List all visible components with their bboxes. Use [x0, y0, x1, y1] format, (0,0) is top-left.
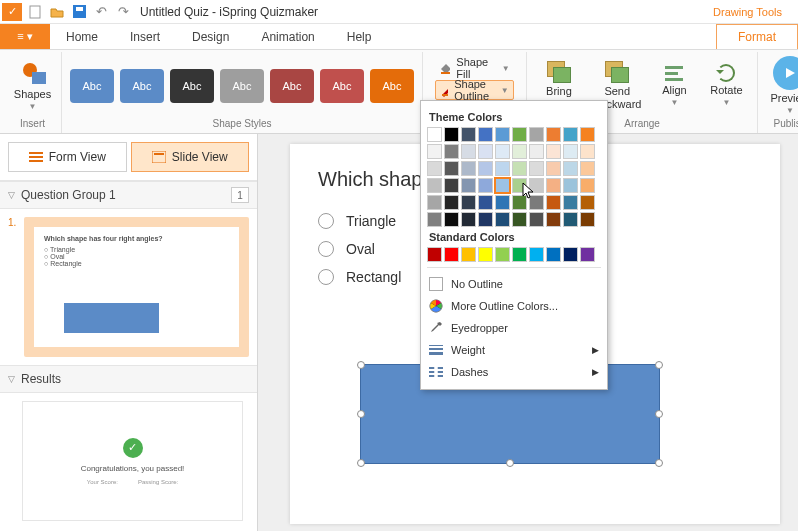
shape-style-swatch[interactable]: Abc — [120, 69, 164, 103]
color-swatch[interactable] — [478, 144, 493, 159]
color-swatch[interactable] — [478, 127, 493, 142]
save-icon[interactable] — [68, 1, 90, 23]
align-button[interactable]: Align▼ — [651, 62, 697, 109]
color-swatch[interactable] — [461, 212, 476, 227]
color-swatch[interactable] — [529, 247, 544, 262]
shapes-button[interactable]: Shapes▼ — [10, 58, 56, 113]
color-swatch[interactable] — [563, 247, 578, 262]
color-swatch[interactable] — [461, 178, 476, 193]
color-swatch[interactable] — [546, 212, 561, 227]
weight-item[interactable]: Weight▶ — [427, 339, 601, 361]
color-swatch[interactable] — [478, 195, 493, 210]
color-swatch[interactable] — [529, 161, 544, 176]
color-swatch[interactable] — [580, 127, 595, 142]
color-swatch[interactable] — [495, 127, 510, 142]
color-swatch[interactable] — [580, 212, 595, 227]
color-swatch[interactable] — [546, 178, 561, 193]
color-swatch[interactable] — [529, 178, 544, 193]
resize-handle-s[interactable] — [506, 459, 514, 467]
color-swatch[interactable] — [495, 247, 510, 262]
color-swatch[interactable] — [563, 127, 578, 142]
no-outline-item[interactable]: No Outline — [427, 273, 601, 295]
color-swatch[interactable] — [495, 212, 510, 227]
color-swatch[interactable] — [444, 178, 459, 193]
color-swatch[interactable] — [512, 144, 527, 159]
tab-design[interactable]: Design — [176, 24, 245, 49]
tab-help[interactable]: Help — [331, 24, 388, 49]
color-swatch[interactable] — [495, 195, 510, 210]
undo-icon[interactable]: ↶ — [90, 1, 112, 23]
color-swatch[interactable] — [546, 195, 561, 210]
color-swatch[interactable] — [512, 178, 527, 193]
color-swatch[interactable] — [563, 212, 578, 227]
tab-animation[interactable]: Animation — [245, 24, 330, 49]
color-swatch[interactable] — [580, 247, 595, 262]
color-swatch[interactable] — [495, 161, 510, 176]
resize-handle-nw[interactable] — [357, 361, 365, 369]
color-swatch[interactable] — [529, 212, 544, 227]
color-swatch[interactable] — [427, 127, 442, 142]
slide-thumbnail[interactable]: 1. Which shape has four right angles? ○ … — [0, 209, 257, 365]
color-swatch[interactable] — [563, 161, 578, 176]
resize-handle-e[interactable] — [655, 410, 663, 418]
color-swatch[interactable] — [512, 247, 527, 262]
color-swatch[interactable] — [427, 247, 442, 262]
color-swatch[interactable] — [546, 144, 561, 159]
shape-outline-button[interactable]: Shape Outline▼ — [435, 80, 514, 100]
color-swatch[interactable] — [580, 195, 595, 210]
color-swatch[interactable] — [512, 195, 527, 210]
new-doc-icon[interactable] — [24, 1, 46, 23]
color-swatch[interactable] — [478, 161, 493, 176]
shape-style-swatch[interactable]: Abc — [70, 69, 114, 103]
color-swatch[interactable] — [546, 161, 561, 176]
color-swatch[interactable] — [546, 247, 561, 262]
color-swatch[interactable] — [444, 195, 459, 210]
color-swatch[interactable] — [444, 144, 459, 159]
results-thumbnail[interactable]: ✓ Congratulations, you passed! Your Scor… — [22, 401, 243, 521]
color-swatch[interactable] — [512, 127, 527, 142]
slide-view-button[interactable]: Slide View — [131, 142, 250, 172]
color-swatch[interactable] — [427, 195, 442, 210]
color-swatch[interactable] — [563, 178, 578, 193]
tab-format[interactable]: Format — [716, 24, 798, 49]
color-swatch[interactable] — [461, 144, 476, 159]
color-swatch[interactable] — [444, 212, 459, 227]
color-swatch[interactable] — [461, 195, 476, 210]
color-swatch[interactable] — [427, 144, 442, 159]
color-swatch[interactable] — [478, 247, 493, 262]
color-swatch[interactable] — [478, 212, 493, 227]
results-header[interactable]: ▽ Results — [0, 365, 257, 393]
color-swatch[interactable] — [461, 247, 476, 262]
redo-icon[interactable]: ↷ — [112, 1, 134, 23]
dashes-item[interactable]: Dashes▶ — [427, 361, 601, 383]
rotate-button[interactable]: Rotate▼ — [703, 62, 749, 109]
color-swatch[interactable] — [461, 161, 476, 176]
shape-style-swatch[interactable]: Abc — [320, 69, 364, 103]
color-swatch[interactable] — [478, 178, 493, 193]
shape-fill-button[interactable]: Shape Fill▼ — [435, 58, 514, 78]
shape-style-swatch[interactable]: Abc — [270, 69, 314, 103]
color-swatch[interactable] — [580, 161, 595, 176]
color-swatch[interactable] — [427, 161, 442, 176]
color-swatch[interactable] — [427, 212, 442, 227]
resize-handle-sw[interactable] — [357, 459, 365, 467]
shape-style-swatch[interactable]: Abc — [170, 69, 214, 103]
color-swatch[interactable] — [580, 178, 595, 193]
tab-home[interactable]: Home — [50, 24, 114, 49]
color-swatch[interactable] — [461, 127, 476, 142]
app-menu-button[interactable]: ≡ ▾ — [0, 24, 50, 49]
color-swatch[interactable] — [444, 161, 459, 176]
color-swatch[interactable] — [563, 144, 578, 159]
resize-handle-ne[interactable] — [655, 361, 663, 369]
color-swatch[interactable] — [580, 144, 595, 159]
color-swatch[interactable] — [529, 195, 544, 210]
resize-handle-w[interactable] — [357, 410, 365, 418]
color-swatch[interactable] — [512, 161, 527, 176]
color-swatch[interactable] — [529, 144, 544, 159]
color-swatch[interactable] — [444, 127, 459, 142]
open-icon[interactable] — [46, 1, 68, 23]
color-swatch[interactable] — [546, 127, 561, 142]
form-view-button[interactable]: Form View — [8, 142, 127, 172]
color-swatch[interactable] — [529, 127, 544, 142]
resize-handle-se[interactable] — [655, 459, 663, 467]
